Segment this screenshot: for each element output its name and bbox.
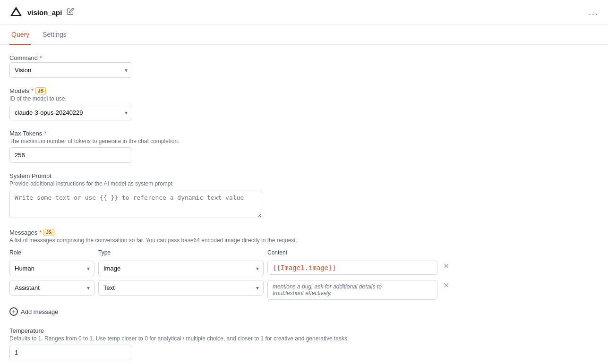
messages-js-badge: JS bbox=[43, 229, 54, 236]
row1-type-cell: Image Text ▾ bbox=[98, 259, 267, 278]
command-select-wrapper: Vision ▾ bbox=[9, 62, 132, 78]
row2-role-select[interactable]: Human Assistant System bbox=[9, 280, 94, 296]
row1-role-select[interactable]: Human Assistant System bbox=[9, 261, 94, 276]
row1-type-select-wrapper: Image Text ▾ bbox=[98, 261, 264, 276]
table-row: Human Assistant System ▾ Image Text bbox=[9, 259, 455, 278]
models-hint: ID of the model to use. bbox=[9, 95, 416, 102]
table-row: Human Assistant System ▾ Image Text bbox=[9, 278, 455, 302]
header: vision_api ... bbox=[0, 0, 608, 25]
row1-content-value: {{Image1.image}} bbox=[273, 264, 336, 271]
models-label: Models* JS bbox=[9, 87, 416, 94]
add-message-button[interactable]: + Add message bbox=[9, 305, 59, 318]
row1-remove-button[interactable]: ✕ bbox=[441, 261, 451, 272]
col-header-content: Content bbox=[267, 246, 441, 259]
row2-type-cell: Image Text ▾ bbox=[98, 278, 267, 302]
temperature-input[interactable] bbox=[9, 345, 132, 360]
temperature-field: Temperature Defaults to 1. Ranges from 0… bbox=[9, 327, 416, 360]
messages-hint: A list of messages comprising the conver… bbox=[9, 237, 416, 244]
temperature-label: Temperature bbox=[9, 327, 416, 334]
row1-type-select[interactable]: Image Text bbox=[98, 261, 264, 276]
messages-table: Role Type Content Human Assistant System bbox=[9, 246, 455, 302]
row2-type-select[interactable]: Image Text bbox=[98, 280, 264, 296]
add-circle-icon: + bbox=[9, 307, 18, 316]
row2-action-cell: ✕ bbox=[441, 278, 455, 302]
row1-role-select-wrapper: Human Assistant System ▾ bbox=[9, 261, 94, 276]
main-content: Command* Vision ▾ Models* JS ID of the m… bbox=[0, 45, 425, 364]
header-left: vision_api bbox=[9, 6, 74, 19]
messages-label: Messages* JS bbox=[9, 229, 416, 236]
max-tokens-hint: The maximum number of tokens to generate… bbox=[9, 138, 416, 144]
add-message-label: Add message bbox=[21, 308, 59, 315]
row1-action-cell: ✕ bbox=[441, 259, 455, 278]
row2-content-value: mentions a bug, ask for additional detai… bbox=[273, 283, 382, 296]
tabs: Query Settings bbox=[0, 25, 608, 45]
row2-role-select-wrapper: Human Assistant System ▾ bbox=[9, 280, 94, 296]
system-prompt-hint: Provide additional instructions for the … bbox=[9, 180, 416, 187]
col-header-role: Role bbox=[9, 246, 98, 259]
tab-settings[interactable]: Settings bbox=[41, 25, 69, 45]
max-tokens-field: Max Tokens* The maximum number of tokens… bbox=[9, 130, 416, 163]
row1-content-wrapper[interactable]: {{Image1.image}} bbox=[267, 261, 437, 275]
row1-role-cell: Human Assistant System ▾ bbox=[9, 259, 98, 278]
row2-content-cell: mentions a bug, ask for additional detai… bbox=[267, 278, 441, 302]
edit-icon[interactable] bbox=[67, 8, 74, 17]
system-prompt-label: System Prompt bbox=[9, 172, 416, 179]
command-select[interactable]: Vision bbox=[9, 62, 132, 78]
more-options-icon[interactable]: ... bbox=[589, 8, 599, 17]
system-prompt-field: System Prompt Provide additional instruc… bbox=[9, 172, 416, 220]
models-field: Models* JS ID of the model to use. claud… bbox=[9, 87, 416, 120]
models-js-badge: JS bbox=[35, 87, 46, 94]
col-header-action bbox=[441, 246, 455, 259]
row2-type-select-wrapper: Image Text ▾ bbox=[98, 280, 264, 296]
max-tokens-input[interactable] bbox=[9, 147, 132, 163]
row2-remove-button[interactable]: ✕ bbox=[441, 280, 451, 291]
temperature-hint: Defaults to 1. Ranges from 0 to 1. Use t… bbox=[9, 335, 416, 342]
models-select[interactable]: claude-3-opus-20240229 bbox=[9, 105, 132, 120]
command-label: Command* bbox=[9, 54, 416, 61]
col-header-type: Type bbox=[98, 246, 267, 259]
max-tokens-label: Max Tokens* bbox=[9, 130, 416, 137]
row2-role-cell: Human Assistant System ▾ bbox=[9, 278, 98, 302]
row1-content-cell: {{Image1.image}} bbox=[267, 259, 441, 278]
tab-query[interactable]: Query bbox=[9, 25, 31, 45]
system-prompt-input[interactable] bbox=[9, 190, 262, 218]
models-select-wrapper: claude-3-opus-20240229 ▾ bbox=[9, 105, 132, 120]
logo-icon bbox=[9, 6, 23, 19]
app-title: vision_api bbox=[27, 8, 62, 17]
row2-content-wrapper[interactable]: mentions a bug, ask for additional detai… bbox=[267, 280, 437, 300]
messages-field: Messages* JS A list of messages comprisi… bbox=[9, 229, 416, 318]
command-field: Command* Vision ▾ bbox=[9, 54, 416, 78]
